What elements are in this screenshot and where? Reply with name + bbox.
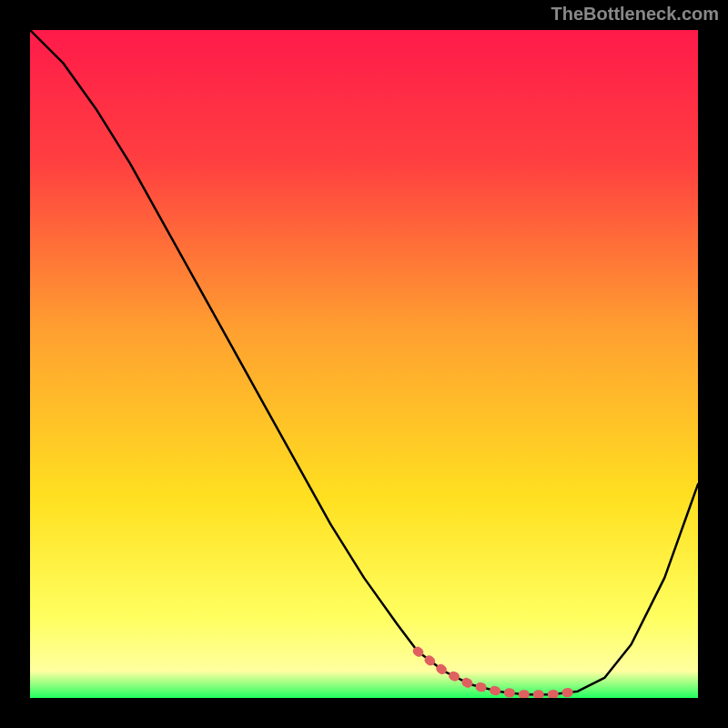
plot-area xyxy=(30,30,698,698)
chart-svg xyxy=(30,30,698,698)
gradient-background xyxy=(30,30,698,698)
chart-container: TheBottleneck.com xyxy=(0,0,728,728)
watermark-label: TheBottleneck.com xyxy=(551,4,719,25)
